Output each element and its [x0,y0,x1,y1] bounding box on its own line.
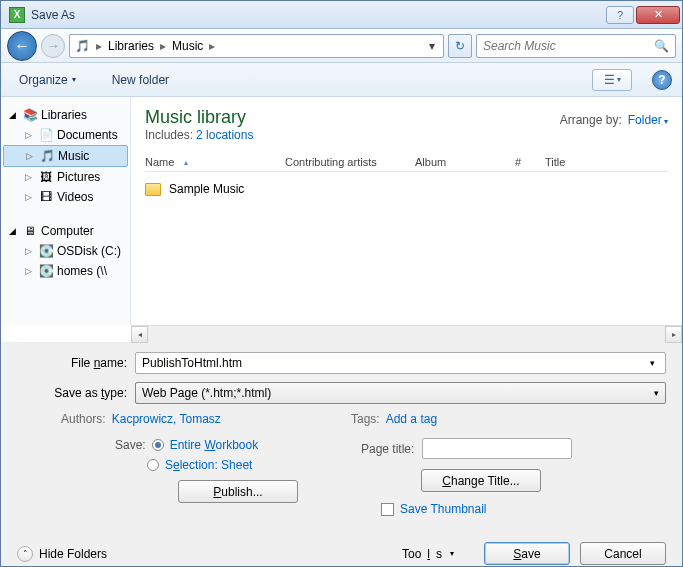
expand-arrow-icon[interactable]: ▷ [25,192,35,202]
drive-icon: 💽 [38,243,54,259]
search-box[interactable]: 🔍 [476,34,676,58]
expand-arrow-icon[interactable]: ▷ [25,130,35,140]
music-icon: 🎵 [39,148,55,164]
navigation-tree: ◢ 📚 Libraries ▷ 📄 Documents ▷ 🎵 Music ▷ … [1,97,131,325]
column-album[interactable]: Album [415,156,515,168]
navigation-bar: ← → 🎵 ▸ Libraries ▸ Music ▸ ▾ ↻ 🔍 [1,29,682,63]
save-label: Save: [115,438,146,452]
forward-button: → [41,34,65,58]
breadcrumb-music[interactable]: Music [168,39,207,53]
tags-label: Tags: [351,412,380,426]
tree-music[interactable]: ▷ 🎵 Music [3,145,128,167]
network-drive-icon: 💽 [38,263,54,279]
address-dropdown[interactable]: ▾ [425,39,439,53]
column-headers: Name Contributing artists Album # Title [145,156,668,172]
tree-libraries[interactable]: ◢ 📚 Libraries [1,105,130,125]
expand-arrow-icon[interactable]: ◢ [9,226,19,236]
radio-selection[interactable] [147,459,159,471]
scroll-right-button[interactable]: ▸ [665,326,682,343]
music-icon: 🎵 [74,38,90,54]
chevron-right-icon[interactable]: ▸ [207,39,217,53]
save-form: File name: PublishToHtml.htm ▾ document.… [1,342,682,532]
expand-arrow-icon[interactable]: ▷ [25,266,35,276]
item-name: Sample Music [169,182,244,196]
column-number[interactable]: # [515,156,545,168]
pagetitle-label: Page title: [361,442,414,456]
main-area: ◢ 📚 Libraries ▷ 📄 Documents ▷ 🎵 Music ▷ … [1,97,682,325]
pictures-icon: 🖼 [38,169,54,185]
publish-button[interactable]: Publish... [178,480,298,503]
tree-homes[interactable]: ▷ 💽 homes (\\ [1,261,130,281]
command-bar: Organize ▾ New folder ☰ ▾ ? [1,63,682,97]
help-titlebar-button[interactable]: ? [606,6,634,24]
refresh-button[interactable]: ↻ [448,34,472,58]
scroll-left-button[interactable]: ◂ [131,326,148,343]
expand-arrow-icon[interactable]: ▷ [25,246,35,256]
chevron-right-icon[interactable]: ▸ [94,39,104,53]
dialog-footer: ˄ Hide Folders Tools Save Cancel [1,532,682,567]
radio-selection-label[interactable]: Selection: Sheet [165,458,252,472]
titlebar: X Save As ? ✕ [1,1,682,29]
expand-arrow-icon[interactable]: ◢ [9,110,19,120]
search-input[interactable] [483,39,654,53]
authors-value[interactable]: Kacprowicz, Tomasz [112,412,221,426]
close-button[interactable]: ✕ [636,6,680,24]
view-options-button[interactable]: ☰ ▾ [592,69,632,91]
breadcrumb-libraries[interactable]: Libraries [104,39,158,53]
save-button[interactable]: Save [484,542,570,565]
pagetitle-input[interactable] [422,438,572,459]
column-title[interactable]: Title [545,156,575,168]
library-title: Music library [145,107,253,128]
save-thumbnail-label[interactable]: Save Thumbnail [400,502,487,516]
libraries-icon: 📚 [22,107,38,123]
tree-videos[interactable]: ▷ 🎞 Videos [1,187,130,207]
radio-entire-workbook[interactable] [152,439,164,451]
documents-icon: 📄 [38,127,54,143]
tools-menu[interactable]: Tools [402,547,454,561]
savetype-select[interactable]: Web Page (*.htm;*.html) [135,382,666,404]
expand-arrow-icon[interactable]: ▷ [26,151,36,161]
arrange-by[interactable]: Arrange by: Folder [560,113,668,127]
filename-input[interactable]: PublishToHtml.htm ▾ [135,352,666,374]
save-thumbnail-checkbox[interactable] [381,503,394,516]
tags-value[interactable]: Add a tag [386,412,437,426]
back-button[interactable]: ← [7,31,37,61]
library-subtitle: Includes: 2 locations [145,128,253,142]
folder-icon [145,183,161,196]
excel-app-icon: X [9,7,25,23]
radio-workbook-label[interactable]: Entire Workbook [170,438,259,452]
help-button[interactable]: ? [652,70,672,90]
savetype-label: Save as type: [17,386,135,400]
chevron-right-icon[interactable]: ▸ [158,39,168,53]
computer-icon: 🖥 [22,223,38,239]
authors-label: Authors: [61,412,106,426]
column-name[interactable]: Name [145,156,285,168]
collapse-arrow-icon: ˄ [17,546,33,562]
filename-label: File name: [17,356,135,370]
search-icon[interactable]: 🔍 [654,39,669,53]
window-title: Save As [31,8,606,22]
hide-folders-button[interactable]: ˄ Hide Folders [17,546,107,562]
horizontal-scrollbar[interactable]: ◂ ▸ [131,325,682,342]
list-item[interactable]: Sample Music [145,178,668,200]
tree-computer[interactable]: ◢ 🖥 Computer [1,221,130,241]
dropdown-arrow-icon[interactable]: ▾ [646,358,659,368]
tree-pictures[interactable]: ▷ 🖼 Pictures [1,167,130,187]
locations-link[interactable]: 2 locations [196,128,253,142]
scroll-track[interactable] [148,326,665,343]
change-title-button[interactable]: Change Title... [421,469,541,492]
new-folder-button[interactable]: New folder [104,69,177,91]
file-list-pane: Music library Includes: 2 locations Arra… [131,97,682,325]
column-contributing[interactable]: Contributing artists [285,156,415,168]
expand-arrow-icon[interactable]: ▷ [25,172,35,182]
address-bar[interactable]: 🎵 ▸ Libraries ▸ Music ▸ ▾ [69,34,444,58]
videos-icon: 🎞 [38,189,54,205]
tree-osdisk[interactable]: ▷ 💽 OSDisk (C:) [1,241,130,261]
organize-menu[interactable]: Organize ▾ [11,69,84,91]
tree-documents[interactable]: ▷ 📄 Documents [1,125,130,145]
cancel-button[interactable]: Cancel [580,542,666,565]
